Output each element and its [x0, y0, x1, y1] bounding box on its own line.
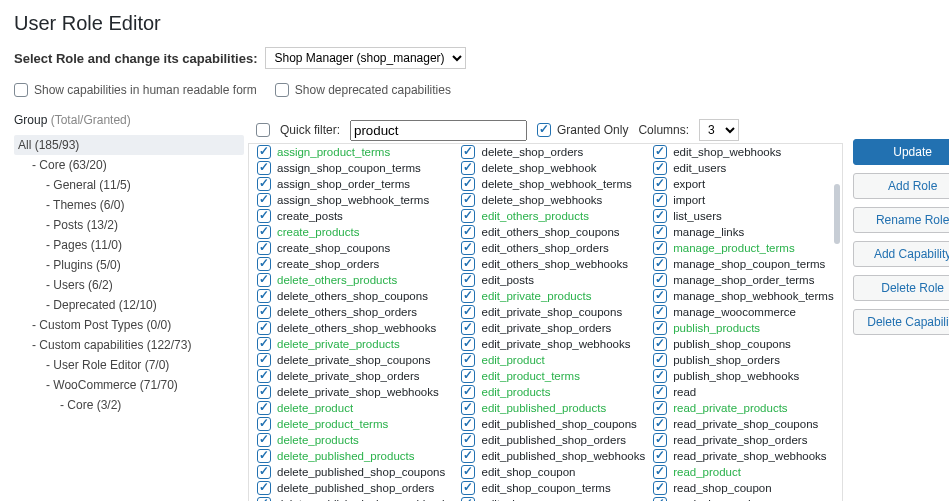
capability-checkbox[interactable] — [461, 481, 475, 495]
capability-checkbox[interactable] — [257, 481, 271, 495]
human-readable-checkbox[interactable] — [14, 83, 28, 97]
capability-checkbox[interactable] — [653, 481, 667, 495]
capability-checkbox[interactable] — [653, 337, 667, 351]
capability-label: delete_shop_orders — [481, 146, 583, 158]
capability-checkbox[interactable] — [653, 369, 667, 383]
quick-filter-input[interactable] — [350, 120, 527, 141]
capability-checkbox[interactable] — [461, 289, 475, 303]
role-select[interactable]: Shop Manager (shop_manager) — [265, 47, 466, 69]
columns-select[interactable]: 3 — [699, 119, 739, 141]
capability-checkbox[interactable] — [461, 337, 475, 351]
capability-checkbox[interactable] — [653, 177, 667, 191]
capability-checkbox[interactable] — [257, 385, 271, 399]
capability-checkbox[interactable] — [653, 433, 667, 447]
capability-checkbox[interactable] — [653, 241, 667, 255]
sidebar-item[interactable]: - Themes (6/0) — [14, 195, 244, 215]
sidebar-item[interactable]: - Custom Post Types (0/0) — [14, 315, 244, 335]
delete-role-button[interactable]: Delete Role — [853, 275, 949, 301]
sidebar-item[interactable]: - User Role Editor (7/0) — [14, 355, 244, 375]
capability-checkbox[interactable] — [653, 273, 667, 287]
capability-checkbox[interactable] — [257, 369, 271, 383]
granted-only-checkbox[interactable] — [537, 123, 551, 137]
sidebar-item[interactable]: - Pages (11/0) — [14, 235, 244, 255]
capability-checkbox[interactable] — [653, 385, 667, 399]
capability-checkbox[interactable] — [257, 257, 271, 271]
capability-checkbox[interactable] — [461, 273, 475, 287]
capability-checkbox[interactable] — [653, 161, 667, 175]
capability-checkbox[interactable] — [461, 369, 475, 383]
sidebar-item[interactable]: - Core (3/2) — [14, 395, 244, 415]
capability-checkbox[interactable] — [653, 497, 667, 501]
capability-checkbox[interactable] — [461, 433, 475, 447]
sidebar-item[interactable]: - WooCommerce (71/70) — [14, 375, 244, 395]
delete-capability-button[interactable]: Delete Capability — [853, 309, 949, 335]
capability-checkbox[interactable] — [257, 177, 271, 191]
capability-checkbox[interactable] — [257, 321, 271, 335]
deprecated-checkbox[interactable] — [275, 83, 289, 97]
capability-checkbox[interactable] — [653, 145, 667, 159]
capability-checkbox[interactable] — [653, 225, 667, 239]
capability-checkbox[interactable] — [653, 209, 667, 223]
capability-checkbox[interactable] — [461, 305, 475, 319]
capability-checkbox[interactable] — [257, 289, 271, 303]
capability-checkbox[interactable] — [461, 241, 475, 255]
sidebar-item[interactable]: - Custom capabilities (122/73) — [14, 335, 244, 355]
sidebar-item[interactable]: - Users (6/2) — [14, 275, 244, 295]
capability-checkbox[interactable] — [653, 353, 667, 367]
capability-checkbox[interactable] — [461, 193, 475, 207]
capability-checkbox[interactable] — [461, 385, 475, 399]
capability-checkbox[interactable] — [653, 465, 667, 479]
capabilities-scroll[interactable]: assign_product_termsassign_shop_coupon_t… — [249, 144, 842, 501]
sidebar-item[interactable]: - Posts (13/2) — [14, 215, 244, 235]
capability-checkbox[interactable] — [461, 321, 475, 335]
capability-checkbox[interactable] — [653, 401, 667, 415]
capability-checkbox[interactable] — [653, 417, 667, 431]
capability-checkbox[interactable] — [461, 145, 475, 159]
update-button[interactable]: Update — [853, 139, 949, 165]
capability-checkbox[interactable] — [257, 225, 271, 239]
add-role-button[interactable]: Add Role — [853, 173, 949, 199]
sidebar-item[interactable]: - Deprecated (12/10) — [14, 295, 244, 315]
capability-checkbox[interactable] — [257, 401, 271, 415]
capability-checkbox[interactable] — [257, 193, 271, 207]
capability-checkbox[interactable] — [653, 449, 667, 463]
capability-checkbox[interactable] — [461, 161, 475, 175]
capability-checkbox[interactable] — [257, 337, 271, 351]
capability-checkbox[interactable] — [257, 305, 271, 319]
rename-role-button[interactable]: Rename Role — [853, 207, 949, 233]
capability-checkbox[interactable] — [653, 289, 667, 303]
capability-checkbox[interactable] — [257, 433, 271, 447]
capability-checkbox[interactable] — [461, 257, 475, 271]
capability-checkbox[interactable] — [461, 209, 475, 223]
capability-checkbox[interactable] — [461, 401, 475, 415]
sidebar-item[interactable]: - General (11/5) — [14, 175, 244, 195]
capability-checkbox[interactable] — [653, 193, 667, 207]
capability-checkbox[interactable] — [461, 225, 475, 239]
capability-checkbox[interactable] — [653, 321, 667, 335]
capability-checkbox[interactable] — [257, 417, 271, 431]
capability-checkbox[interactable] — [257, 449, 271, 463]
capability-checkbox[interactable] — [461, 497, 475, 501]
capability-checkbox[interactable] — [461, 177, 475, 191]
sidebar-item[interactable]: - Plugins (5/0) — [14, 255, 244, 275]
capability-checkbox[interactable] — [257, 241, 271, 255]
add-capability-button[interactable]: Add Capability — [853, 241, 949, 267]
scrollbar-thumb[interactable] — [834, 184, 840, 244]
sidebar-item[interactable]: - Core (63/20) — [14, 155, 244, 175]
select-all-checkbox[interactable] — [256, 123, 270, 137]
capability-checkbox[interactable] — [653, 305, 667, 319]
capability-checkbox[interactable] — [257, 161, 271, 175]
capability-checkbox[interactable] — [461, 353, 475, 367]
capability-checkbox[interactable] — [257, 273, 271, 287]
capability-checkbox[interactable] — [257, 209, 271, 223]
capability-checkbox[interactable] — [257, 497, 271, 501]
capability-item: assign_shop_coupon_terms — [257, 160, 453, 176]
capability-checkbox[interactable] — [257, 145, 271, 159]
capability-checkbox[interactable] — [257, 353, 271, 367]
capability-checkbox[interactable] — [461, 417, 475, 431]
capability-checkbox[interactable] — [257, 465, 271, 479]
capability-checkbox[interactable] — [653, 257, 667, 271]
capability-checkbox[interactable] — [461, 465, 475, 479]
capability-checkbox[interactable] — [461, 449, 475, 463]
sidebar-item[interactable]: All (185/93) — [14, 135, 244, 155]
